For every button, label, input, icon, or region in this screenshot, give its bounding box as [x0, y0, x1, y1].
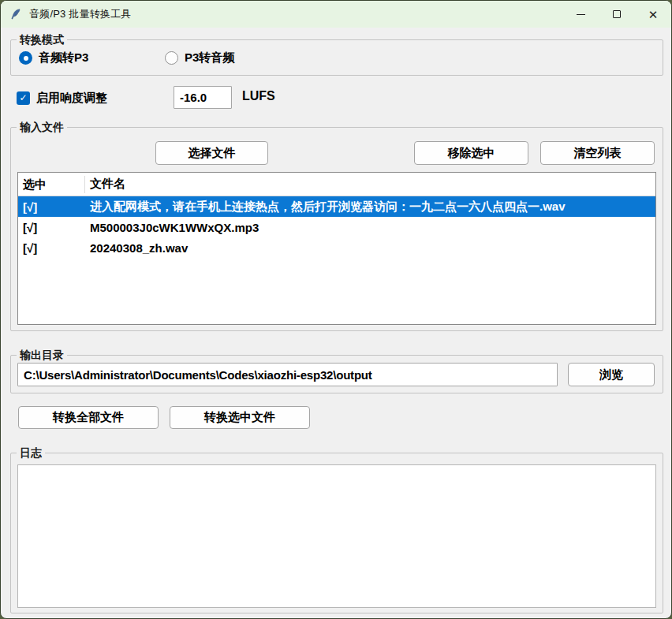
remove-selected-button[interactable]: 移除选中 — [414, 141, 528, 165]
window-controls: ✕ — [562, 1, 671, 28]
radio-audio-to-p3-label: 音频转P3 — [39, 50, 88, 65]
radio-p3-to-audio-label: P3转音频 — [185, 50, 234, 65]
output-dir-input[interactable] — [17, 363, 558, 386]
clear-list-button[interactable]: 清空列表 — [540, 141, 655, 165]
lufs-unit-label: LUFS — [242, 89, 275, 103]
row-filename-cell: 进入配网模式，请在手机上连接热点，然后打开浏览器访问：一九二点一六八点四点一.w… — [85, 199, 655, 214]
title-bar: 音频/P3 批量转换工具 ✕ — [1, 1, 671, 28]
lufs-value-input[interactable] — [174, 86, 232, 109]
row-checked-cell: [√] — [18, 241, 85, 255]
python-feather-icon — [9, 8, 22, 21]
select-files-button[interactable]: 选择文件 — [155, 141, 268, 165]
loudness-checkbox-label: 启用响度调整 — [36, 91, 107, 106]
browse-button[interactable]: 浏览 — [568, 363, 655, 386]
output-dir-label: 输出目录 — [17, 348, 67, 363]
mode-group-label: 转换模式 — [17, 32, 67, 47]
radio-unselected-icon — [165, 51, 178, 65]
maximize-button[interactable] — [599, 1, 635, 28]
output-dir-groupframe: 输出目录 浏览 — [10, 355, 663, 393]
file-table: 选中 文件名 [√] 进入配网模式，请在手机上连接热点，然后打开浏览器访问：一九… — [17, 172, 656, 325]
row-checked-cell: [√] — [18, 221, 85, 234]
convert-selected-button[interactable]: 转换选中文件 — [170, 406, 310, 429]
table-row[interactable]: [√] 20240308_zh.wav — [18, 237, 655, 258]
log-textarea[interactable] — [17, 464, 656, 608]
loudness-row: ✓ 启用响度调整 LUFS — [17, 86, 655, 110]
minimize-button[interactable] — [562, 1, 599, 28]
maximize-icon — [613, 10, 621, 18]
mode-groupframe: 转换模式 音频转P3 P3转音频 — [10, 39, 663, 76]
file-table-header: 选中 文件名 — [18, 173, 655, 196]
table-row[interactable]: [√] 进入配网模式，请在手机上连接热点，然后打开浏览器访问：一九二点一六八点四… — [18, 196, 655, 217]
log-groupframe: 日志 — [10, 453, 663, 613]
row-filename-cell: 20240308_zh.wav — [85, 241, 655, 255]
radio-p3-to-audio[interactable]: P3转音频 — [165, 50, 234, 65]
log-label: 日志 — [17, 446, 45, 461]
input-files-groupframe: 输入文件 选择文件 移除选中 清空列表 选中 文件名 [√] 进入配网模式，请在… — [10, 127, 663, 331]
header-filename-column[interactable]: 文件名 — [85, 177, 655, 192]
table-row[interactable]: [√] M500003J0cWK1WWxQX.mp3 — [18, 217, 655, 237]
header-checked-column[interactable]: 选中 — [18, 176, 85, 193]
radio-selected-icon — [19, 51, 32, 65]
close-button[interactable]: ✕ — [635, 1, 671, 28]
convert-all-button[interactable]: 转换全部文件 — [18, 406, 159, 429]
input-files-label: 输入文件 — [17, 120, 67, 135]
radio-audio-to-p3[interactable]: 音频转P3 — [19, 50, 165, 65]
row-filename-cell: M500003J0cWK1WWxQX.mp3 — [85, 221, 655, 234]
close-icon: ✕ — [648, 9, 659, 21]
minimize-icon — [577, 14, 585, 15]
check-icon: ✓ — [19, 93, 27, 103]
row-checked-cell: [√] — [18, 200, 85, 214]
loudness-checkbox[interactable]: ✓ — [17, 91, 30, 105]
app-window: 音频/P3 批量转换工具 ✕ 转换模式 音频转P3 P3转音频 ✓ 启用响度调整… — [0, 0, 672, 619]
window-title: 音频/P3 批量转换工具 — [29, 7, 132, 21]
mode-radio-row: 音频转P3 P3转音频 — [19, 50, 234, 65]
